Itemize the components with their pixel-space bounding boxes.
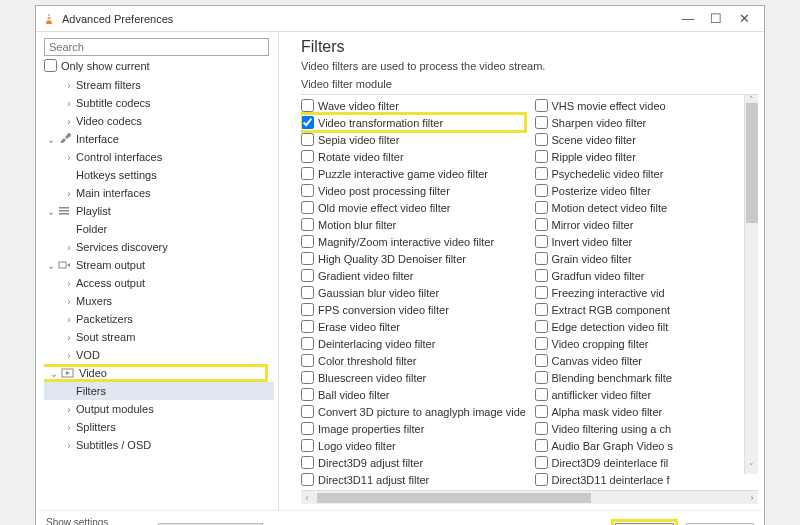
filter-image-properties-filter[interactable]: Image properties filter: [301, 420, 525, 437]
filter-scene-video-filter[interactable]: Scene video filter: [535, 131, 759, 148]
filter-sepia-video-filter[interactable]: Sepia video filter: [301, 131, 525, 148]
filter-checkbox[interactable]: [301, 354, 314, 367]
tree-subnode-filters[interactable]: Filters: [44, 382, 274, 400]
tree-subnode-splitters[interactable]: ›Splitters: [44, 418, 274, 436]
tree-subnode-muxers[interactable]: ›Muxers: [44, 292, 274, 310]
search-input[interactable]: [44, 38, 269, 56]
filter-checkbox[interactable]: [535, 320, 548, 333]
filter-checkbox[interactable]: [301, 116, 314, 129]
filter-gradient-video-filter[interactable]: Gradient video filter: [301, 267, 525, 284]
filter-checkbox[interactable]: [301, 320, 314, 333]
filter-video-post-processing-filter[interactable]: Video post processing filter: [301, 182, 525, 199]
filter-checkbox[interactable]: [535, 337, 548, 350]
filter-bluescreen-video-filter[interactable]: Bluescreen video filter: [301, 369, 525, 386]
filter-ball-video-filter[interactable]: Ball video filter: [301, 386, 525, 403]
filter-checkbox[interactable]: [535, 388, 548, 401]
filter-checkbox[interactable]: [301, 439, 314, 452]
filter-checkbox[interactable]: [535, 201, 548, 214]
filter-checkbox[interactable]: [301, 337, 314, 350]
tree-subnode-stream-filters[interactable]: ›Stream filters: [44, 76, 274, 94]
filter-checkbox[interactable]: [301, 388, 314, 401]
horizontal-scroll-thumb[interactable]: [317, 493, 591, 503]
filter-color-threshold-filter[interactable]: Color threshold filter: [301, 352, 525, 369]
filter-checkbox[interactable]: [535, 422, 548, 435]
filter-wave-video-filter[interactable]: Wave video filter: [301, 97, 525, 114]
tree-node-playlist[interactable]: ⌄Playlist: [44, 202, 274, 220]
filter-checkbox[interactable]: [301, 99, 314, 112]
filter-sharpen-video-filter[interactable]: Sharpen video filter: [535, 114, 759, 131]
tree-subnode-vod[interactable]: ›VOD: [44, 346, 274, 364]
tree-subnode-services-discovery[interactable]: ›Services discovery: [44, 238, 274, 256]
filter-blending-benchmark-filte[interactable]: Blending benchmark filte: [535, 369, 759, 386]
minimize-button[interactable]: —: [674, 11, 702, 26]
filter-canvas-video-filter[interactable]: Canvas video filter: [535, 352, 759, 369]
filter-checkbox[interactable]: [301, 252, 314, 265]
filter-antiflicker-video-filter[interactable]: antiflicker video filter: [535, 386, 759, 403]
filter-gradfun-video-filter[interactable]: Gradfun video filter: [535, 267, 759, 284]
filter-checkbox[interactable]: [535, 235, 548, 248]
filter-erase-video-filter[interactable]: Erase video filter: [301, 318, 525, 335]
filter-checkbox[interactable]: [535, 439, 548, 452]
tree-node-video[interactable]: ⌄Video: [44, 364, 268, 382]
filter-checkbox[interactable]: [301, 422, 314, 435]
filter-checkbox[interactable]: [535, 303, 548, 316]
filter-motion-detect-video-filte[interactable]: Motion detect video filte: [535, 199, 759, 216]
filter-psychedelic-video-filter[interactable]: Psychedelic video filter: [535, 165, 759, 182]
filter-fps-conversion-video-filter[interactable]: FPS conversion video filter: [301, 301, 525, 318]
filter-checkbox[interactable]: [535, 354, 548, 367]
tree-subnode-access-output[interactable]: ›Access output: [44, 274, 274, 292]
filter-convert-3d-picture-to-anaglyph-image-video-filter[interactable]: Convert 3D picture to anaglyph image vid…: [301, 403, 525, 420]
filter-checkbox[interactable]: [301, 150, 314, 163]
filter-checkbox[interactable]: [535, 150, 548, 163]
filter-checkbox[interactable]: [301, 167, 314, 180]
horizontal-scrollbar[interactable]: ‹ ›: [301, 490, 758, 504]
filter-checkbox[interactable]: [535, 286, 548, 299]
close-button[interactable]: ✕: [730, 11, 758, 26]
tree-subnode-output-modules[interactable]: ›Output modules: [44, 400, 274, 418]
tree-subnode-main-interfaces[interactable]: ›Main interfaces: [44, 184, 274, 202]
filter-checkbox[interactable]: [535, 371, 548, 384]
tree-subnode-hotkeys-settings[interactable]: Hotkeys settings: [44, 166, 274, 184]
tree-subnode-sout-stream[interactable]: ›Sout stream: [44, 328, 274, 346]
filter-checkbox[interactable]: [301, 201, 314, 214]
filter-motion-blur-filter[interactable]: Motion blur filter: [301, 216, 525, 233]
filter-checkbox[interactable]: [535, 99, 548, 112]
tree-subnode-control-interfaces[interactable]: ›Control interfaces: [44, 148, 274, 166]
filter-checkbox[interactable]: [535, 269, 548, 282]
filter-checkbox[interactable]: [301, 371, 314, 384]
filter-checkbox[interactable]: [301, 184, 314, 197]
filter-checkbox[interactable]: [535, 133, 548, 146]
filter-direct3d11-deinterlace-f[interactable]: Direct3D11 deinterlace f: [535, 471, 759, 488]
maximize-button[interactable]: ☐: [702, 11, 730, 26]
filter-direct3d9-deinterlace-fil[interactable]: Direct3D9 deinterlace fil: [535, 454, 759, 471]
filter-checkbox[interactable]: [301, 286, 314, 299]
filter-high-quality-3d-denoiser-filter[interactable]: High Quality 3D Denoiser filter: [301, 250, 525, 267]
filter-checkbox[interactable]: [301, 218, 314, 231]
filter-checkbox[interactable]: [535, 252, 548, 265]
filter-video-filtering-using-a-ch[interactable]: Video filtering using a ch: [535, 420, 759, 437]
filter-extract-rgb-component[interactable]: Extract RGB component: [535, 301, 759, 318]
filter-magnify-zoom-interactive-video-filter[interactable]: Magnify/Zoom interactive video filter: [301, 233, 525, 250]
filter-posterize-video-filter[interactable]: Posterize video filter: [535, 182, 759, 199]
vertical-scrollbar[interactable]: ˄ ˅: [744, 95, 758, 474]
tree-node-stream-output[interactable]: ⌄Stream output: [44, 256, 274, 274]
filter-direct3d11-adjust-filter[interactable]: Direct3D11 adjust filter: [301, 471, 525, 488]
filter-checkbox[interactable]: [535, 218, 548, 231]
scroll-down-icon[interactable]: ˅: [745, 462, 758, 474]
filter-audio-bar-graph-video-s[interactable]: Audio Bar Graph Video s: [535, 437, 759, 454]
filter-checkbox[interactable]: [301, 133, 314, 146]
filter-old-movie-effect-video-filter[interactable]: Old movie effect video filter: [301, 199, 525, 216]
tree-subnode-packetizers[interactable]: ›Packetizers: [44, 310, 274, 328]
filter-checkbox[interactable]: [301, 303, 314, 316]
filter-edge-detection-video-filt[interactable]: Edge detection video filt: [535, 318, 759, 335]
filter-checkbox[interactable]: [535, 405, 548, 418]
filter-vhs-movie-effect-video[interactable]: VHS movie effect video: [535, 97, 759, 114]
filter-ripple-video-filter[interactable]: Ripple video filter: [535, 148, 759, 165]
filter-freezing-interactive-vid[interactable]: Freezing interactive vid: [535, 284, 759, 301]
filter-alpha-mask-video-filter[interactable]: Alpha mask video filter: [535, 403, 759, 420]
scroll-left-icon[interactable]: ‹: [301, 493, 313, 503]
filter-direct3d9-adjust-filter[interactable]: Direct3D9 adjust filter: [301, 454, 525, 471]
filter-invert-video-filter[interactable]: Invert video filter: [535, 233, 759, 250]
filter-checkbox[interactable]: [301, 456, 314, 469]
filter-checkbox[interactable]: [535, 184, 548, 197]
